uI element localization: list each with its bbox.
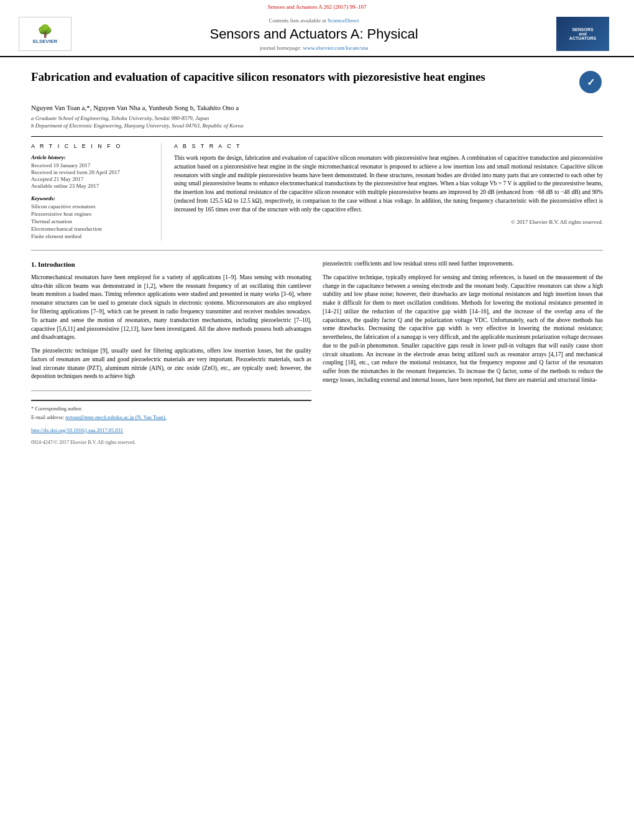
contents-text: Contents lists available at — [269, 17, 326, 24]
journal-citation: Sensors and Actuators A 262 (2017) 99–10… — [268, 4, 367, 10]
affiliation-a: a Graduate School of Engineering, Tohoku… — [31, 115, 603, 121]
contents-available-line: Contents lists available at ScienceDirec… — [71, 17, 556, 24]
keyword-1: Silicon capacitive resonators — [31, 203, 152, 210]
col2-para-2: The capacitive technique, typically empl… — [323, 274, 603, 385]
main-content: Fabrication and evaluation of capacitive… — [0, 57, 634, 459]
affiliation-b: b Department of Electronic Engineering, … — [31, 122, 603, 129]
issn-line: 0924-4247/© 2017 Elsevier B.V. All right… — [31, 439, 311, 446]
article-title-section: Fabrication and evaluation of capacitive… — [31, 70, 603, 98]
abstract-col: A B S T R A C T This work reports the de… — [174, 143, 603, 241]
page-wrapper: Sensors and Actuators A 262 (2017) 99–10… — [0, 0, 634, 840]
abstract-text: This work reports the design, fabricatio… — [174, 154, 603, 214]
intro-para-1: Micromechanical resonators have been emp… — [31, 274, 311, 342]
article-title: Fabrication and evaluation of capacitive… — [31, 70, 578, 85]
abstract-label: A B S T R A C T — [174, 143, 603, 149]
affiliations: a Graduate School of Engineering, Tohoku… — [31, 115, 603, 129]
crossmark-icon: ✓ — [579, 71, 602, 93]
doi-link[interactable]: http://dx.doi.org/10.1016/j.sna.2017.05.… — [31, 427, 123, 433]
email-line: E-mail address: nvtoan@nme.mech.tohoku.a… — [31, 413, 311, 421]
elsevier-logo: 🌳 ELSEVIER — [19, 17, 71, 51]
keyword-5: Finite element method — [31, 233, 152, 239]
homepage-text: journal homepage: — [260, 45, 301, 51]
email-label: E-mail address: — [31, 414, 64, 420]
info-abstract-section: A R T I C L E I N F O Article history: R… — [31, 136, 603, 241]
homepage-line: journal homepage: www.elsevier.com/locat… — [71, 45, 556, 51]
body-col-left: 1. Introduction Micromechanical resonato… — [31, 260, 311, 446]
elsevier-tree-icon: 🌳 — [37, 24, 53, 39]
received-date: Received 19 January 2017 — [31, 162, 152, 168]
journal-header-center: Contents lists available at ScienceDirec… — [71, 17, 556, 51]
section-divider — [31, 250, 603, 251]
history-title: Article history: — [31, 154, 152, 160]
sa-brand-line2: and — [579, 32, 586, 36]
intro-para-2: The piezoelectric technique [9], usually… — [31, 347, 311, 381]
homepage-link[interactable]: www.elsevier.com/locate/sna — [303, 45, 368, 51]
keyword-3: Thermal actuation — [31, 218, 152, 224]
sa-brand-line1: SENSORS — [572, 27, 593, 32]
footnotes-section: * Corresponding author. E-mail address: … — [31, 390, 311, 446]
body-content: 1. Introduction Micromechanical resonato… — [31, 260, 603, 446]
journal-header: 🌳 ELSEVIER Contents lists available at S… — [0, 12, 634, 57]
keyword-2: Piezoresistive heat engines — [31, 211, 152, 217]
authors-line: Nguyen Van Toan a,*, Nguyen Van Nha a, Y… — [31, 104, 603, 111]
email-link[interactable]: nvtoan@nme.mech.tohoku.ac.jp (N. Van Toa… — [65, 414, 166, 420]
keyword-4: Electromechanical transduction — [31, 226, 152, 232]
crossmark-logo: ✓ — [578, 70, 603, 95]
footnote-separator — [31, 400, 311, 401]
revised-date: Received in revised form 20 April 2017 — [31, 169, 152, 175]
sa-brand-line3: ACTUATORS — [569, 36, 596, 40]
sa-logo: SENSORS and ACTUATORS — [556, 17, 609, 51]
keywords-title: Keywords: — [31, 195, 152, 201]
keywords-section: Keywords: Silicon capacitive resonators … — [31, 195, 152, 239]
journal-title: Sensors and Actuators A: Physical — [71, 26, 556, 42]
authors-text: Nguyen Van Toan a,*, Nguyen Van Nha a, Y… — [31, 104, 239, 111]
col2-para-1: piezoelectric coefficients and low resid… — [323, 260, 603, 269]
journal-citation-bar: Sensors and Actuators A 262 (2017) 99–10… — [0, 0, 634, 12]
elsevier-brand-text: ELSEVIER — [33, 39, 58, 44]
body-col-right: piezoelectric coefficients and low resid… — [323, 260, 603, 446]
accepted-date: Accepted 21 May 2017 — [31, 176, 152, 182]
sciencedirect-link[interactable]: ScienceDirect — [328, 17, 359, 24]
article-info-col: A R T I C L E I N F O Article history: R… — [31, 143, 162, 241]
bottom-info: http://dx.doi.org/10.1016/j.sna.2017.05.… — [31, 427, 311, 435]
article-info-label: A R T I C L E I N F O — [31, 143, 152, 149]
corresponding-note: * Corresponding author. — [31, 405, 311, 412]
available-date: Available online 23 May 2017 — [31, 183, 152, 189]
intro-heading: 1. Introduction — [31, 260, 311, 270]
copyright-line: © 2017 Elsevier B.V. All rights reserved… — [174, 219, 603, 225]
